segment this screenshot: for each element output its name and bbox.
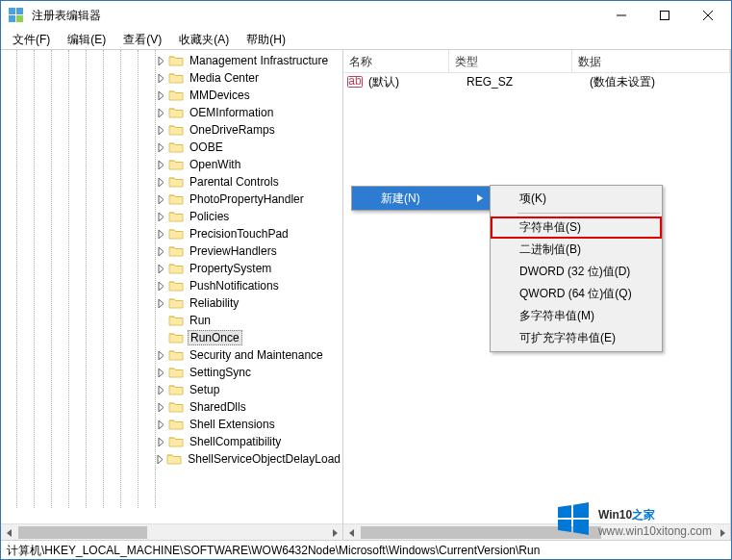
expand-icon[interactable] [156,73,166,84]
tree-node[interactable]: Policies [1,208,342,225]
tree-horizontal-scrollbar[interactable] [1,523,342,540]
scroll-right-icon[interactable] [326,524,342,541]
menubar: 文件(F) 编辑(E) 查看(V) 收藏夹(A) 帮助(H) [1,30,731,49]
tree-node[interactable]: SharedDlls [1,398,342,416]
expand-icon[interactable] [156,264,166,274]
folder-icon [168,400,184,414]
scroll-left-icon[interactable] [1,524,17,541]
expand-icon[interactable] [156,385,166,395]
folder-icon [168,227,184,241]
value-name: (默认) [366,74,465,90]
menu-fav[interactable]: 收藏夹(A) [171,30,237,49]
tree-node[interactable]: PushNotifications [1,277,342,294]
expand-icon[interactable] [156,316,166,326]
tree-node[interactable]: ShellServiceObjectDelayLoad [1,450,342,468]
tree-node-label: PreviewHandlers [188,244,279,258]
expand-icon[interactable] [156,56,166,66]
column-name[interactable]: 名称 [343,50,449,72]
tree-pane: Management InfrastructureMedia CenterMMD… [1,50,343,540]
tree-node[interactable]: Management Infrastructure [1,52,342,69]
scrollbar-thumb[interactable] [361,526,601,539]
expand-icon[interactable] [156,142,166,153]
list-horizontal-scrollbar[interactable] [343,523,730,540]
minimize-button[interactable] [599,1,643,29]
expand-icon[interactable] [156,194,166,205]
tree-node[interactable]: OOBE [1,139,342,156]
tree-node[interactable]: Reliability [1,294,342,312]
close-button[interactable] [686,1,729,29]
svg-marker-29 [158,455,163,464]
submenu-item[interactable]: 字符串值(S) [491,216,662,239]
expand-icon[interactable] [156,281,166,292]
window-title: 注册表编辑器 [32,8,599,24]
folder-icon [168,366,184,379]
expand-icon[interactable] [156,108,166,118]
column-type[interactable]: 类型 [449,50,572,72]
tree-node-label: Shell Extensions [188,418,277,431]
tree-node-label: PushNotifications [188,279,281,293]
submenu-item[interactable]: 可扩充字符串值(E) [491,327,662,349]
tree-node[interactable]: MMDevices [1,87,342,104]
tree-node[interactable]: PreviewHandlers [1,242,342,260]
expand-icon[interactable] [156,437,166,447]
expand-icon[interactable] [156,125,166,136]
expand-icon[interactable] [156,160,166,170]
expand-icon[interactable] [156,90,166,101]
tree-node[interactable]: OpenWith [1,156,342,173]
tree-node-label: SharedDlls [188,400,248,414]
svg-marker-8 [159,57,164,65]
expand-icon[interactable] [156,177,166,188]
tree-node-label: Parental Controls [188,175,281,189]
tree-node[interactable]: Shell Extensions [1,416,342,433]
tree-node[interactable]: PrecisionTouchPad [1,225,342,242]
tree-node[interactable]: Parental Controls [1,173,342,191]
expand-icon[interactable] [156,229,166,240]
submenu-item[interactable]: 多字符串值(M) [491,305,662,327]
svg-marker-36 [477,194,483,202]
svg-marker-20 [159,265,164,273]
tree-node[interactable]: Security and Maintenance [1,346,342,364]
tree-node[interactable]: Media Center [1,69,342,87]
tree-scroll[interactable]: Management InfrastructureMedia CenterMMD… [1,50,342,523]
tree-node[interactable]: PhotoPropertyHandler [1,191,342,208]
context-submenu: 项(K)字符串值(S)二进制值(B)DWORD (32 位)值(D)QWORD … [490,185,663,352]
svg-rect-0 [9,8,15,14]
column-data[interactable]: 数据 [572,50,730,72]
expand-icon[interactable] [156,333,166,344]
expand-icon[interactable] [156,420,166,430]
tree-node[interactable]: SettingSync [1,364,342,381]
tree-node[interactable]: Run [1,312,342,329]
tree-node[interactable]: OneDriveRamps [1,121,342,139]
menu-help[interactable]: 帮助(H) [239,30,293,49]
submenu-item[interactable]: DWORD (32 位)值(D) [491,261,662,283]
svg-marker-12 [159,126,164,135]
value-row[interactable]: ab(默认)REG_SZ(数值未设置) [343,73,730,90]
submenu-item[interactable]: 二进制值(B) [491,239,662,261]
tree-node-label: RunOnce [188,330,242,345]
expand-icon[interactable] [156,402,166,413]
submenu-item[interactable]: QWORD (64 位)值(Q) [491,283,662,305]
tree-node[interactable]: RunOnce [1,329,342,346]
expand-icon[interactable] [156,454,164,465]
expand-icon[interactable] [156,368,166,378]
tree-node[interactable]: ShellCompatibility [1,433,342,450]
scrollbar-thumb[interactable] [18,526,147,539]
context-menu-new[interactable]: 新建(N) [352,187,491,210]
menu-edit[interactable]: 编辑(E) [60,30,114,49]
scroll-right-icon[interactable] [714,524,730,541]
submenu-item[interactable]: 项(K) [491,188,662,210]
expand-icon[interactable] [156,350,166,361]
tree-node[interactable]: Setup [1,381,342,398]
scroll-left-icon[interactable] [343,524,360,541]
menu-file[interactable]: 文件(F) [5,30,58,49]
expand-icon[interactable] [156,246,166,257]
expand-icon[interactable] [156,298,166,309]
maximize-button[interactable] [643,1,686,29]
tree-node[interactable]: OEMInformation [1,104,342,121]
folder-icon [166,452,182,466]
folder-icon [168,54,184,67]
expand-icon[interactable] [156,212,166,222]
tree-node[interactable]: PropertySystem [1,260,342,277]
menu-view[interactable]: 查看(V) [115,30,169,49]
svg-rect-3 [16,15,23,22]
